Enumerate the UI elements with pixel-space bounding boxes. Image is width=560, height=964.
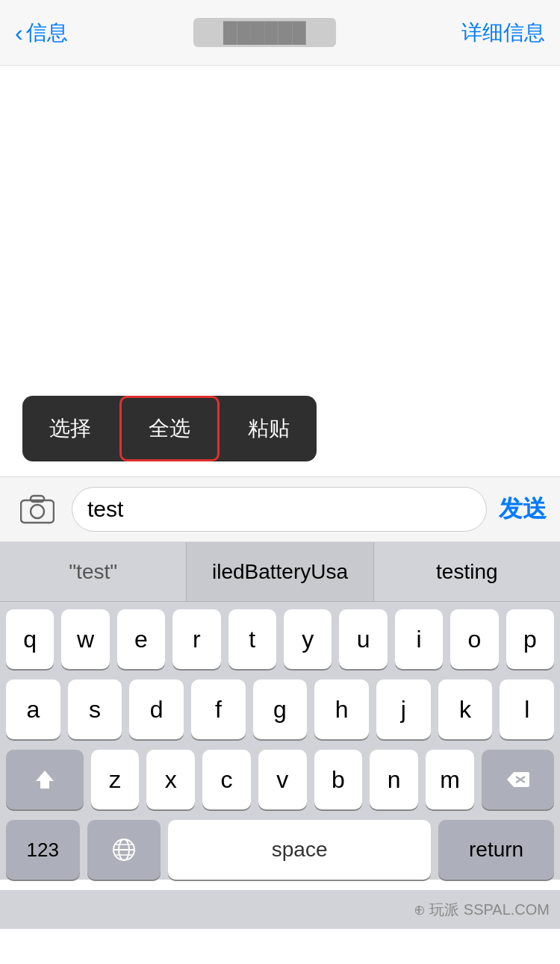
- key-n[interactable]: n: [370, 750, 418, 809]
- key-u[interactable]: u: [339, 609, 387, 669]
- keyboard-row-4: 123 space return: [6, 820, 554, 880]
- navigation-header: ‹ 信息 ██████ 详细信息: [0, 0, 560, 66]
- key-r[interactable]: r: [172, 609, 220, 669]
- back-label: 信息: [26, 19, 68, 47]
- autocomplete-bar: "test" iledBatteryUsa testing: [0, 542, 560, 602]
- key-g[interactable]: g: [253, 680, 308, 739]
- context-menu: 选择 全选 粘贴: [22, 396, 317, 461]
- key-c[interactable]: c: [202, 750, 251, 809]
- camera-button[interactable]: [13, 485, 61, 533]
- back-chevron-icon: ‹: [15, 21, 23, 45]
- context-menu-select[interactable]: 选择: [22, 398, 118, 459]
- autocomplete-item-0[interactable]: "test": [0, 542, 187, 601]
- shift-icon: [34, 769, 55, 790]
- key-y[interactable]: y: [284, 609, 332, 669]
- detail-button[interactable]: 详细信息: [461, 19, 545, 47]
- input-bar: 发送: [0, 476, 560, 542]
- key-b[interactable]: b: [314, 750, 363, 809]
- space-key[interactable]: space: [168, 820, 431, 880]
- key-q[interactable]: q: [6, 609, 54, 669]
- context-menu-select-all[interactable]: 全选: [119, 396, 220, 461]
- send-button[interactable]: 发送: [499, 493, 547, 526]
- back-button[interactable]: ‹ 信息: [15, 19, 68, 47]
- autocomplete-item-2[interactable]: testing: [374, 542, 560, 601]
- key-i[interactable]: i: [395, 609, 443, 669]
- key-x[interactable]: x: [146, 750, 195, 809]
- key-a[interactable]: a: [6, 680, 60, 739]
- watermark-text: ⊕ 玩派 SSPAL.COM: [414, 900, 550, 920]
- keyboard-row-1: q w e r t y u i o p: [6, 609, 554, 669]
- key-m[interactable]: m: [426, 750, 474, 809]
- keyboard: q w e r t y u i o p a s d f g h j k l z …: [0, 602, 560, 880]
- key-p[interactable]: p: [506, 609, 554, 669]
- svg-rect-0: [21, 500, 54, 523]
- bottom-bar: ⊕ 玩派 SSPAL.COM: [0, 890, 560, 929]
- svg-rect-2: [31, 496, 44, 502]
- contact-name-text: ██████: [223, 21, 306, 43]
- key-z[interactable]: z: [91, 750, 140, 809]
- key-f[interactable]: f: [191, 680, 246, 739]
- key-v[interactable]: v: [258, 750, 307, 809]
- message-area: 选择 全选 粘贴: [0, 66, 560, 476]
- key-l[interactable]: l: [500, 680, 554, 739]
- key-d[interactable]: d: [129, 680, 184, 739]
- key-w[interactable]: w: [61, 609, 109, 669]
- context-menu-paste[interactable]: 粘贴: [221, 398, 317, 459]
- number-key[interactable]: 123: [6, 820, 80, 880]
- key-t[interactable]: t: [228, 609, 276, 669]
- backspace-icon: [505, 771, 529, 789]
- key-s[interactable]: s: [68, 680, 122, 739]
- message-input[interactable]: [72, 487, 487, 532]
- return-key[interactable]: return: [438, 820, 554, 880]
- svg-marker-3: [36, 771, 54, 789]
- keyboard-row-2: a s d f g h j k l: [6, 680, 554, 739]
- globe-key[interactable]: [87, 820, 161, 880]
- autocomplete-item-1[interactable]: iledBatteryUsa: [187, 542, 373, 601]
- key-e[interactable]: e: [117, 609, 165, 669]
- keyboard-row-3: z x c v b n m: [6, 750, 554, 809]
- key-k[interactable]: k: [438, 680, 493, 739]
- globe-icon: [111, 837, 137, 862]
- backspace-key[interactable]: [482, 750, 554, 809]
- key-j[interactable]: j: [376, 680, 431, 739]
- shift-key[interactable]: [6, 750, 84, 809]
- camera-icon: [20, 494, 55, 524]
- key-h[interactable]: h: [314, 680, 369, 739]
- key-o[interactable]: o: [450, 609, 498, 669]
- svg-point-1: [31, 505, 44, 518]
- contact-name: ██████: [193, 18, 336, 47]
